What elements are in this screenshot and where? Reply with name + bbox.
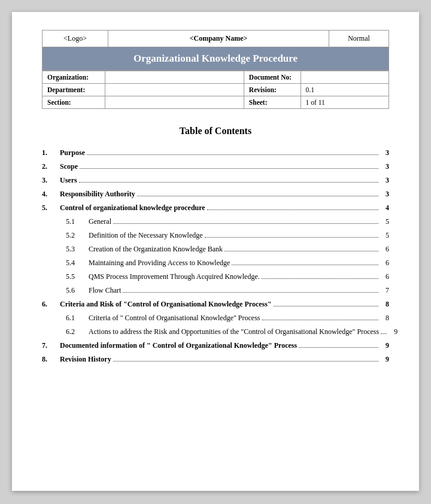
toc-item-dots: [205, 237, 378, 238]
toc-item-page: 3: [380, 189, 389, 199]
organization-value: [105, 71, 244, 84]
toc-item: 5.2Definition of the Necessary Knowledge…: [42, 230, 389, 241]
toc-item-label: Control of organizational knowledge proc…: [60, 202, 205, 213]
toc-item-dots: [113, 223, 378, 224]
toc-item-dots: [224, 251, 378, 251]
toc-item-page: 6: [380, 244, 389, 254]
toc-item-number: 5.3: [66, 244, 89, 254]
toc-item-page: 3: [380, 175, 389, 186]
toc-item-label: Definition of the Necessary Knowledge: [89, 230, 203, 241]
toc-item-dots: [207, 210, 378, 210]
toc-item: 6.Criteria and Risk of "Control of Organ…: [42, 299, 389, 309]
toc-item-label: Scope: [60, 161, 78, 172]
toc-item: 5.5QMS Process Improvement Through Acqui…: [42, 271, 389, 282]
toc-item: 5.6Flow Chart7: [42, 285, 389, 296]
toc-item-text: Revision History9: [60, 354, 389, 365]
status-text: Normal: [348, 34, 370, 42]
document-no-value: [301, 71, 388, 84]
toc-item-dots: [299, 347, 378, 348]
toc-item-label: Creation of the Organization Knowledge B…: [89, 244, 223, 254]
toc-item-page: 5: [380, 216, 389, 227]
toc-item-number: 4.: [42, 189, 60, 199]
toc-item-dots: [79, 182, 378, 183]
company-name-text: <Company Name>: [190, 34, 248, 42]
toc-item-text: Criteria and Risk of "Control of Organis…: [60, 299, 389, 309]
toc-item-number: 5.6: [66, 285, 89, 296]
toc-item: 5.Control of organizational knowledge pr…: [42, 202, 389, 213]
department-label: Department:: [43, 84, 105, 96]
toc-item-page: 8: [380, 312, 389, 323]
toc-item-number: 6.1: [66, 312, 89, 323]
toc-item-dots: [87, 154, 378, 155]
toc-item-page: 4: [380, 202, 389, 213]
sheet-label: Sheet:: [244, 96, 301, 109]
toc-item-label: Responsibility Authority: [60, 189, 135, 199]
toc-item-page: 9: [380, 354, 389, 365]
toc-item-text: Users3: [60, 175, 389, 186]
toc-item-label: Purpose: [60, 147, 85, 158]
sheet-value: 1 of 11: [301, 96, 388, 109]
toc-item-number: 6.: [42, 299, 60, 309]
toc-item-dots: [262, 278, 378, 279]
toc-item-dots: [80, 168, 378, 169]
logo-text: <Logo>: [63, 34, 87, 42]
toc-item-text: Flow Chart7: [89, 285, 389, 296]
toc-item-text: Scope3: [60, 161, 389, 172]
department-value: [105, 84, 244, 96]
toc-item-number: 7.: [42, 340, 60, 351]
revision-label: Revision:: [244, 84, 301, 96]
toc-container: 1.Purpose32.Scope33.Users34.Responsibili…: [42, 147, 389, 365]
header-table: <Logo> <Company Name> Normal: [42, 30, 389, 47]
toc-item: 5.1General5: [42, 216, 389, 227]
toc-item: 1.Purpose3: [42, 147, 389, 158]
toc-item-number: 5.1: [66, 216, 89, 227]
toc-item-text: Responsibility Authority3: [60, 189, 389, 199]
toc-item-number: 6.2: [66, 326, 89, 337]
toc-item-number: 8.: [42, 354, 60, 365]
organization-label: Organization:: [43, 71, 105, 84]
toc-item-number: 3.: [42, 175, 60, 186]
toc-item-label: General: [89, 216, 111, 227]
toc-item-number: 1.: [42, 147, 60, 158]
toc-item: 2.Scope3: [42, 161, 389, 172]
toc-item-text: Control of organizational knowledge proc…: [60, 202, 389, 213]
toc-item-label: QMS Process Improvement Through Acquired…: [89, 271, 260, 282]
toc-item-text: Documented information of " Control of O…: [60, 340, 389, 351]
toc-item-dots: [274, 306, 378, 306]
toc-item-dots: [137, 196, 378, 196]
page: <Logo> <Company Name> Normal Organizatio…: [12, 12, 419, 491]
logo-cell: <Logo>: [43, 31, 108, 47]
toc-title: Table of Contents: [42, 126, 389, 136]
toc-item-page: 3: [380, 161, 389, 172]
toc-item: 5.3Creation of the Organization Knowledg…: [42, 244, 389, 254]
toc-item-page: 5: [380, 230, 389, 241]
toc-item-text: Maintaining and Providing Access to Know…: [89, 257, 389, 268]
toc-item: 3.Users3: [42, 175, 389, 186]
toc-item: 6.2Actions to address the Risk and Oppor…: [42, 326, 389, 337]
document-title: Organizational Knowledge Procedure: [42, 47, 389, 71]
section-label: Section:: [43, 96, 105, 109]
toc-item-label: Criteria of " Control of Organisational …: [89, 312, 260, 323]
toc-item-dots: [381, 333, 387, 334]
toc-item-label: Criteria and Risk of "Control of Organis…: [60, 299, 272, 309]
toc-item-text: Creation of the Organization Knowledge B…: [89, 244, 389, 254]
toc-item-label: Revision History: [60, 354, 111, 365]
toc-item-label: Users: [60, 175, 77, 186]
toc-item-page: 9: [380, 340, 389, 351]
toc-item-page: 3: [380, 147, 389, 158]
section-value: [105, 96, 244, 109]
toc-item-dots: [262, 320, 378, 320]
toc-item-dots: [123, 292, 378, 293]
toc-item: 7.Documented information of " Control of…: [42, 340, 389, 351]
toc-item-number: 5.5: [66, 271, 89, 282]
toc-item-dots: [232, 265, 378, 265]
info-table: Organization: Document No: Department: R…: [42, 71, 389, 109]
toc-item-number: 5.: [42, 202, 60, 213]
toc-item-page: 6: [380, 271, 389, 282]
toc-item-dots: [113, 361, 378, 362]
status-cell: Normal: [329, 31, 389, 47]
document-no-label: Document No:: [244, 71, 301, 84]
toc-item-label: Documented information of " Control of O…: [60, 340, 297, 351]
toc-item-text: Actions to address the Risk and Opportun…: [89, 326, 397, 337]
toc-item-label: Flow Chart: [89, 285, 121, 296]
